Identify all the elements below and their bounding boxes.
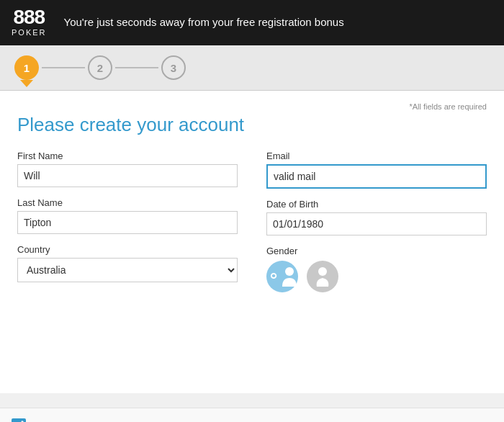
male-silhouette — [281, 266, 298, 287]
terms-checkbox[interactable] — [12, 418, 26, 422]
country-group: Country Australia United States United K… — [17, 244, 238, 282]
dob-label: Date of Birth — [266, 199, 487, 210]
first-name-label: First Name — [17, 151, 238, 161]
logo: 888 poker — [12, 7, 47, 37]
right-column: Email Date of Birth Gender ⚬ — [266, 151, 487, 302]
email-input[interactable] — [266, 164, 487, 189]
form-grid: First Name Last Name Country Australia U… — [17, 151, 487, 302]
first-name-group: First Name — [17, 151, 238, 187]
dob-group: Date of Birth — [266, 199, 487, 235]
logo-poker: poker — [12, 28, 47, 37]
gender-label: Gender — [266, 246, 487, 256]
step-1: 1 — [14, 55, 39, 80]
gender-male-button[interactable]: ⚬ — [266, 261, 298, 292]
steps-bar: 1 2 3 — [0, 45, 504, 91]
required-note: *All fields are required — [17, 102, 487, 111]
main-content: *All fields are required Please create y… — [0, 91, 504, 393]
country-label: Country — [17, 244, 238, 255]
dob-input[interactable] — [266, 212, 487, 235]
logo-text: 888 — [13, 6, 45, 28]
male-icon: ⚬ — [266, 266, 281, 287]
logo-888: 888 — [13, 7, 45, 27]
female-silhouette — [314, 266, 331, 287]
step-line-1 — [42, 67, 85, 68]
gender-container: ⚬ — [266, 261, 487, 292]
step-1-circle: 1 — [14, 55, 39, 80]
step-line-2 — [115, 67, 158, 68]
last-name-input[interactable] — [17, 211, 238, 234]
svg-point-0 — [285, 267, 294, 276]
page-title: Please create your account — [17, 114, 487, 136]
step-2: 2 — [88, 55, 112, 80]
last-name-group: Last Name — [17, 197, 238, 234]
header: 888 poker You're just seconds away from … — [0, 0, 504, 45]
left-column: First Name Last Name Country Australia U… — [17, 151, 238, 302]
header-tagline: You're just seconds away from your free … — [64, 16, 344, 28]
svg-point-1 — [318, 267, 327, 276]
gender-female-button[interactable] — [307, 261, 338, 292]
gender-group: Gender ⚬ — [266, 246, 487, 292]
email-group: Email — [266, 151, 487, 189]
country-select[interactable]: Australia United States United Kingdom C… — [17, 258, 238, 282]
step-2-circle: 2 — [88, 55, 112, 80]
terms-row: I'm over 18 years of age and I accept th… — [0, 408, 504, 422]
last-name-label: Last Name — [17, 197, 238, 208]
first-name-input[interactable] — [17, 164, 238, 187]
step-3: 3 — [161, 55, 186, 80]
step-3-circle: 3 — [161, 55, 186, 80]
email-label: Email — [266, 151, 487, 161]
